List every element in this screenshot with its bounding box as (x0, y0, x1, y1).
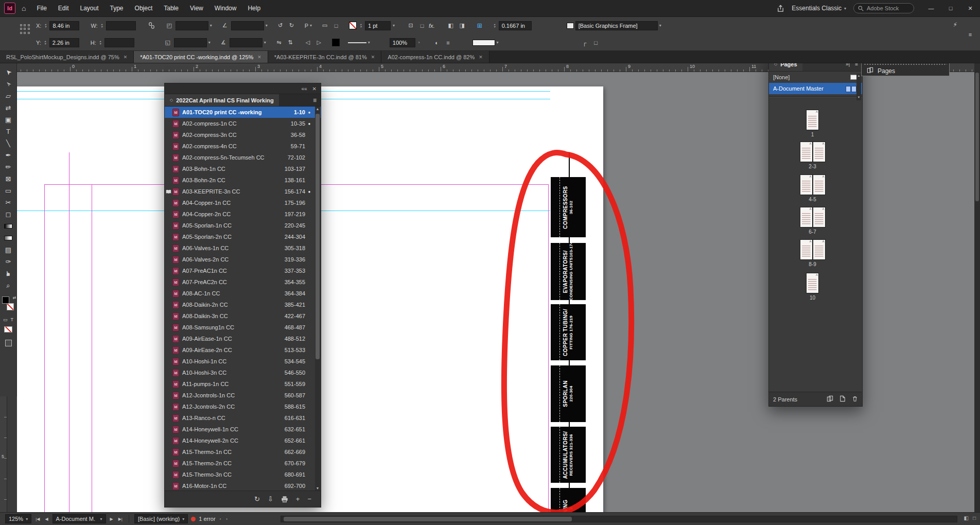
scale-y-field[interactable] (174, 38, 207, 47)
scrollbar-thumb[interactable] (975, 73, 979, 201)
book-doc-row[interactable]: IdA04-Copper-2n CC197-219 (165, 208, 321, 220)
hand-tool[interactable]: ☛ (2, 268, 15, 279)
vertical-scrollbar[interactable] (974, 63, 980, 512)
edit-spread-icon[interactable] (827, 395, 833, 403)
book-doc-row[interactable]: IdA02-compress-3n CC36-58 (165, 129, 321, 141)
book-doc-row[interactable]: IdA03-KEEPRITE-3n CC156-174● (165, 186, 321, 197)
direct-selection-tool[interactable]: ➢ (2, 78, 15, 90)
margin-guide[interactable] (69, 152, 69, 512)
book-doc-row[interactable]: IdA11-pumps-1n CC551-559 (165, 378, 321, 390)
tab-close-icon[interactable]: ✕ (124, 55, 128, 60)
page-thumbnail[interactable]: A (800, 174, 813, 195)
book-doc-row[interactable]: IdA03-Bohn-1n CC103-137 (165, 163, 321, 174)
book-doc-row[interactable]: IdA08-Samsung1n CC468-487 (165, 322, 321, 333)
book-doc-row[interactable]: IdA15-Thermo-1n CC662-669 (165, 446, 321, 458)
menu-file[interactable]: File (31, 0, 52, 16)
page-thumbnail[interactable]: A (813, 174, 826, 195)
stroke-color-swatch[interactable] (7, 303, 14, 310)
remove-document-icon[interactable]: − (307, 495, 311, 503)
scroll-up-icon[interactable]: ▲ (315, 107, 320, 111)
gap-tool[interactable]: ⇄ (2, 102, 15, 114)
book-doc-row[interactable]: IdA09-AirEase-2n CC513-533 (165, 344, 321, 356)
book-doc-row[interactable]: IdA05-Sporlan-1n CC220-245 (165, 220, 321, 231)
close-panel-icon[interactable]: ✕ (312, 86, 317, 92)
menu-help[interactable]: Help (242, 0, 266, 16)
flip-vertical-button[interactable]: ⇅ (286, 39, 295, 47)
opacity-field[interactable]: 100% (390, 38, 415, 47)
shear-field[interactable] (230, 38, 262, 47)
panel-menu-icon[interactable]: ≡ (309, 94, 321, 106)
book-panel-titlebar[interactable]: «« ✕ (165, 83, 321, 94)
swatch-dropdown[interactable]: ▾ (472, 40, 499, 46)
frame-icon[interactable]: □ (417, 22, 427, 30)
home-icon[interactable]: ⌂ (22, 4, 26, 12)
menu-object[interactable]: Object (129, 0, 159, 16)
scroll-down-icon[interactable]: ▼ (315, 486, 320, 490)
constrain-proportions-icon[interactable] (147, 22, 156, 30)
next-page-button[interactable]: ▶ (109, 517, 114, 521)
scrollbar-thumb[interactable] (284, 517, 572, 521)
x-field[interactable]: 8.46 in (49, 21, 79, 30)
book-doc-row[interactable]: IdA10-Hoshi-3n CC546-550 (165, 367, 321, 378)
page-thumbnail[interactable]: A (813, 142, 826, 162)
tab-close-icon[interactable]: ✕ (371, 55, 375, 60)
page-thumbnail[interactable]: A (800, 239, 813, 260)
scale-y-combo[interactable]: ◱ ▾ (163, 38, 211, 47)
book-doc-row[interactable]: IdA02-compress-4n CC59-71 (165, 141, 321, 152)
book-doc-row[interactable]: IdA14-Honeywell-1n CC632-651 (165, 424, 321, 435)
document-tab[interactable]: A02-compress-1n CC.indd @ 82%✕ (381, 51, 489, 63)
note-tool[interactable]: ▤ (2, 244, 15, 256)
book-doc-row[interactable]: IdA04-Copper-1n CC175-196 (165, 197, 321, 208)
free-transform-tool[interactable]: ◻ (2, 208, 15, 220)
zoom-tool[interactable]: ⌕ (2, 279, 15, 291)
preflight-next-icon[interactable]: › (225, 517, 229, 521)
page-thumb-group[interactable]: AA8-9 (769, 239, 856, 267)
page-thumbnail[interactable]: A (813, 207, 826, 227)
page-thumbnail[interactable]: A (806, 273, 819, 293)
rectangle-frame-tool[interactable]: ⊠ (2, 173, 15, 185)
rotation-combo[interactable]: ∠ ▾ (220, 21, 268, 30)
p-dropdown[interactable]: P ▾ (305, 23, 312, 29)
scale-x-combo[interactable]: ◰ ▾ (165, 21, 212, 30)
corner-options-icon[interactable]: ┌ (580, 39, 589, 47)
book-doc-row[interactable]: IdA09-AirEase-1n CC488-512 (165, 333, 321, 344)
h-field[interactable] (104, 38, 134, 47)
master-none-row[interactable]: [None] (769, 72, 862, 83)
menu-window[interactable]: Window (209, 0, 242, 16)
apply-none-button[interactable] (4, 326, 12, 332)
scale-x-field[interactable] (176, 21, 208, 30)
vertical-ruler[interactable]: 5 (0, 396, 7, 512)
y-stepper[interactable]: ▴▾ (43, 40, 47, 45)
y-field[interactable]: 2.26 in (49, 38, 79, 47)
book-tab[interactable]: ◇ 2022Cat April final CS Final Working (165, 94, 279, 106)
restore-button[interactable]: □ (941, 0, 960, 17)
menu-type[interactable]: Type (104, 0, 129, 16)
type-tool[interactable]: T (2, 126, 15, 137)
rotation-field[interactable] (231, 21, 264, 30)
menu-table[interactable]: Table (158, 0, 184, 16)
quick-apply-icon[interactable]: ⚡ (953, 21, 957, 28)
opacity-expand-icon[interactable]: › (417, 40, 421, 45)
synchronize-book-icon[interactable]: ↻ (254, 495, 260, 503)
align-lines-icon[interactable]: ≡ (444, 39, 453, 47)
rotate-ccw-button[interactable]: ↺ (276, 22, 285, 30)
book-doc-row[interactable]: IdA15-Thermo-3n CC680-691 (165, 469, 321, 480)
book-doc-row[interactable]: IdA15-Thermo-2n CC670-679 (165, 458, 321, 469)
scrollbar-thumb[interactable] (316, 114, 320, 359)
book-doc-row[interactable]: IdA06-Valves-1n CC305-318 (165, 242, 321, 254)
adobe-stock-search[interactable]: Adobe Stock (853, 3, 914, 13)
share-icon[interactable] (777, 5, 784, 12)
scroll-up-icon[interactable]: ▲ (856, 74, 861, 78)
fill-color-swatch[interactable] (2, 296, 9, 304)
formatting-affects-text-icon[interactable]: T (11, 317, 14, 322)
preflight-profile-field[interactable]: [Basic] (working) ▾ (134, 514, 188, 523)
corner-shape-icon[interactable]: □ (591, 39, 601, 47)
flip-horizontal-button[interactable]: ⇋ (274, 39, 284, 47)
stroke-style-dropdown[interactable]: ▾ (348, 40, 370, 45)
horizontal-scrollbar[interactable] (281, 516, 957, 522)
book-doc-row[interactable]: IdA10-Hoshi-1n CC534-545 (165, 356, 321, 367)
auto-fit-icon[interactable]: ⊞ (475, 22, 484, 30)
add-document-icon[interactable]: + (296, 495, 300, 503)
first-page-button[interactable]: |◀ (34, 517, 41, 521)
x-stepper[interactable]: ▴▾ (43, 23, 47, 28)
